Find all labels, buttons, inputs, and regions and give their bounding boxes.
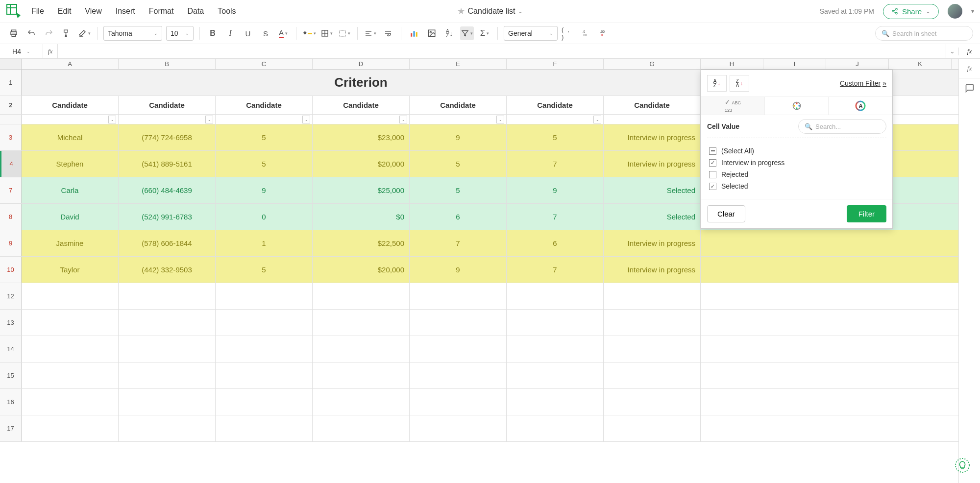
sum-icon[interactable]: Σ▾ [478, 26, 491, 40]
empty-cell[interactable] [216, 389, 313, 415]
data-cell[interactable]: $0 [313, 204, 410, 230]
header-cell[interactable]: Candidate [507, 96, 604, 114]
data-cell[interactable]: (541) 889-5161 [119, 151, 216, 177]
empty-cell[interactable] [216, 362, 313, 388]
menu-view[interactable]: View [85, 7, 101, 16]
row-header[interactable]: 7 [0, 177, 22, 203]
empty-cell[interactable] [410, 415, 507, 441]
strikethrough-icon[interactable]: S [259, 26, 272, 40]
data-cell[interactable]: 5 [216, 257, 313, 283]
formula-input[interactable] [58, 44, 946, 58]
borders-icon[interactable]: ▾ [320, 26, 334, 40]
data-cell[interactable]: Selected [604, 177, 701, 203]
header-cell[interactable]: Candidate [604, 96, 701, 114]
select-all-corner[interactable] [0, 59, 22, 69]
empty-cell[interactable] [410, 389, 507, 415]
empty-cell[interactable] [507, 336, 604, 362]
row-header[interactable]: 15 [0, 362, 22, 388]
italic-icon[interactable]: I [223, 26, 237, 40]
col-header[interactable]: G [604, 59, 701, 69]
criterion-title-cell[interactable]: Criterion [22, 70, 701, 96]
number-format-select[interactable]: General⌄ [504, 26, 558, 41]
empty-cell[interactable] [22, 310, 119, 336]
empty-cell[interactable] [313, 415, 410, 441]
empty-cell[interactable] [22, 336, 119, 362]
empty-cell[interactable] [410, 310, 507, 336]
data-cell[interactable]: 5 [216, 151, 313, 177]
format-painter-icon[interactable] [60, 26, 74, 40]
menu-edit[interactable]: Edit [58, 7, 72, 16]
row-header[interactable]: 9 [0, 230, 22, 256]
data-cell[interactable]: Interview in progress [604, 230, 701, 256]
chevron-down-icon[interactable]: ⌄ [518, 8, 523, 15]
header-cell[interactable]: Candidate [410, 96, 507, 114]
share-button[interactable]: Share ⌄ [883, 4, 939, 19]
custom-filter-link[interactable]: Custom Filter» [840, 79, 886, 87]
data-cell[interactable]: $25,000 [313, 177, 410, 203]
name-box[interactable]: H4⌄ [0, 44, 43, 58]
font-select[interactable]: Tahoma⌄ [103, 26, 162, 41]
empty-cell[interactable] [119, 415, 216, 441]
column-filter-button[interactable]: ⌄ [593, 116, 601, 123]
column-filter-button[interactable]: ⌄ [496, 116, 504, 123]
filter-option[interactable]: Selected [707, 180, 886, 192]
data-cell[interactable]: Taylor [22, 257, 119, 283]
chevron-down-icon[interactable]: ▾ [971, 8, 974, 15]
data-cell[interactable]: $20,000 [313, 151, 410, 177]
col-header[interactable]: F [507, 59, 604, 69]
empty-cell[interactable] [216, 283, 313, 309]
filter-tab-color[interactable] [765, 97, 829, 115]
undo-icon[interactable] [24, 26, 38, 40]
data-cell[interactable]: Jasmine [22, 230, 119, 256]
filter-button[interactable]: Filter [847, 205, 886, 222]
align-icon[interactable]: ▾ [364, 26, 377, 40]
data-cell[interactable]: 7 [507, 257, 604, 283]
star-icon[interactable]: ★ [457, 6, 465, 17]
data-cell[interactable]: 6 [410, 204, 507, 230]
row-header[interactable]: 4 [0, 151, 22, 177]
chart-icon[interactable] [407, 26, 421, 40]
empty-cell[interactable] [119, 336, 216, 362]
empty-cell[interactable] [604, 362, 701, 388]
empty-cell[interactable] [507, 389, 604, 415]
empty-cell[interactable] [604, 310, 701, 336]
image-icon[interactable] [425, 26, 439, 40]
row-header[interactable]: 14 [0, 336, 22, 362]
sort-icon[interactable]: AZ↓ [442, 26, 456, 40]
empty-cell[interactable] [119, 362, 216, 388]
empty-cell[interactable] [604, 336, 701, 362]
empty-cell[interactable] [216, 415, 313, 441]
col-header[interactable]: K [889, 59, 952, 69]
row-header[interactable]: 16 [0, 389, 22, 415]
add-decimal-icon[interactable]: .0.00 [579, 26, 593, 40]
col-header[interactable]: I [763, 59, 826, 69]
comment-rail-icon[interactable] [959, 78, 980, 98]
row-header[interactable]: 17 [0, 415, 22, 441]
data-cell[interactable]: 7 [507, 151, 604, 177]
data-cell[interactable]: Interview in progress [604, 257, 701, 283]
clear-button[interactable]: Clear [707, 205, 745, 222]
data-cell[interactable]: (774) 724-6958 [119, 124, 216, 150]
column-filter-button[interactable]: ⌄ [108, 116, 116, 123]
empty-cell[interactable] [507, 283, 604, 309]
data-cell[interactable]: (578) 606-1844 [119, 230, 216, 256]
data-cell[interactable]: 0 [216, 204, 313, 230]
data-cell[interactable]: 7 [410, 230, 507, 256]
header-cell[interactable]: Candidate [313, 96, 410, 114]
data-cell[interactable]: 6 [507, 230, 604, 256]
menu-file[interactable]: File [31, 7, 44, 16]
search-input[interactable]: 🔍 Search in sheet [875, 26, 973, 41]
data-cell[interactable]: 5 [410, 151, 507, 177]
empty-cell[interactable] [22, 283, 119, 309]
empty-cell[interactable] [313, 336, 410, 362]
fx-rail-icon[interactable]: fx [959, 59, 980, 78]
col-header[interactable]: A [22, 59, 119, 69]
empty-cell[interactable] [22, 389, 119, 415]
col-header[interactable]: E [410, 59, 507, 69]
filter-option[interactable]: (Select All) [707, 145, 886, 157]
data-cell[interactable]: 9 [410, 257, 507, 283]
text-color-icon[interactable]: A▾ [276, 26, 290, 40]
help-bulb-icon[interactable] [953, 456, 972, 475]
data-cell[interactable]: Stephen [22, 151, 119, 177]
menu-insert[interactable]: Insert [116, 7, 135, 16]
